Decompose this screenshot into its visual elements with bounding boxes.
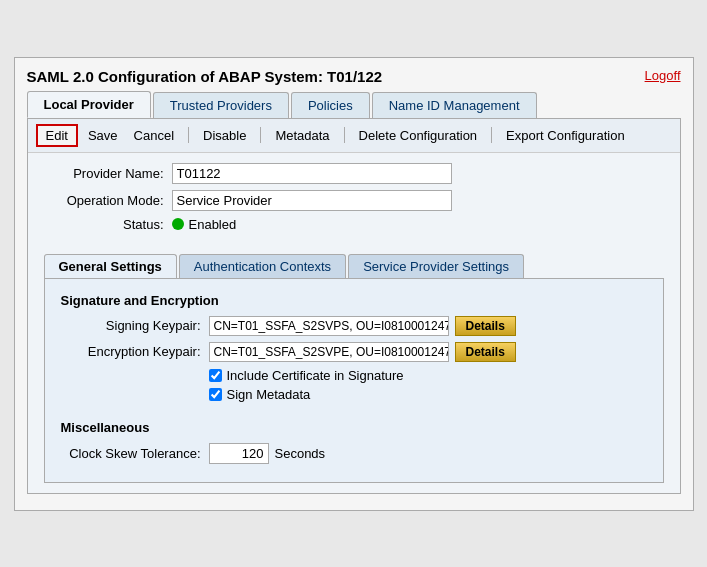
- separator-2: [260, 127, 261, 143]
- clock-skew-label: Clock Skew Tolerance:: [61, 446, 201, 461]
- tab-trusted-providers[interactable]: Trusted Providers: [153, 92, 289, 118]
- status-indicator-icon: [172, 218, 184, 230]
- include-cert-checkbox[interactable]: [209, 369, 222, 382]
- clock-skew-input[interactable]: [209, 443, 269, 464]
- content-panel: Edit Save Cancel Disable Metadata Delete…: [27, 118, 681, 494]
- main-window: SAML 2.0 Configuration of ABAP System: T…: [14, 57, 694, 511]
- encryption-details-button[interactable]: Details: [455, 342, 516, 362]
- export-button[interactable]: Export Configuration: [500, 126, 631, 145]
- signing-details-button[interactable]: Details: [455, 316, 516, 336]
- separator-4: [491, 127, 492, 143]
- clock-skew-row: Clock Skew Tolerance: Seconds: [61, 443, 647, 464]
- operation-mode-input[interactable]: [172, 190, 452, 211]
- provider-name-label: Provider Name:: [44, 166, 164, 181]
- provider-name-input[interactable]: [172, 163, 452, 184]
- signing-keypair-row: Signing Keypair: CN=T01_SSFA_S2SVPS, OU=…: [61, 316, 647, 336]
- status-text: Enabled: [189, 217, 237, 232]
- include-cert-label: Include Certificate in Signature: [227, 368, 404, 383]
- inner-tabs-row: General Settings Authentication Contexts…: [44, 254, 664, 278]
- encryption-keypair-value: CN=T01_SSFA_S2SVPE, OU=I0810001247,: [209, 342, 449, 362]
- cancel-button[interactable]: Cancel: [128, 126, 180, 145]
- section-gap: [61, 406, 647, 420]
- include-cert-row: Include Certificate in Signature: [209, 368, 647, 383]
- status-row: Status: Enabled: [44, 217, 664, 232]
- signature-section-title: Signature and Encryption: [61, 293, 647, 308]
- sign-metadata-checkbox[interactable]: [209, 388, 222, 401]
- inner-tab-general-settings[interactable]: General Settings: [44, 254, 177, 278]
- form-area: Provider Name: Operation Mode: Status: E…: [28, 153, 680, 246]
- inner-content-panel: Signature and Encryption Signing Keypair…: [44, 278, 664, 483]
- provider-name-row: Provider Name:: [44, 163, 664, 184]
- tab-name-id-management[interactable]: Name ID Management: [372, 92, 537, 118]
- toolbar: Edit Save Cancel Disable Metadata Delete…: [28, 119, 680, 153]
- encryption-keypair-row: Encryption Keypair: CN=T01_SSFA_S2SVPE, …: [61, 342, 647, 362]
- metadata-button[interactable]: Metadata: [269, 126, 335, 145]
- tab-policies[interactable]: Policies: [291, 92, 370, 118]
- edit-button[interactable]: Edit: [36, 124, 78, 147]
- delete-button[interactable]: Delete Configuration: [353, 126, 484, 145]
- operation-mode-row: Operation Mode:: [44, 190, 664, 211]
- signing-keypair-label: Signing Keypair:: [61, 318, 201, 333]
- window-title: SAML 2.0 Configuration of ABAP System: T…: [27, 68, 681, 85]
- disable-button[interactable]: Disable: [197, 126, 252, 145]
- operation-mode-label: Operation Mode:: [44, 193, 164, 208]
- save-button[interactable]: Save: [82, 126, 124, 145]
- signing-keypair-value: CN=T01_SSFA_S2SVPS, OU=I0810001247,: [209, 316, 449, 336]
- misc-section-title: Miscellaneous: [61, 420, 647, 435]
- separator-1: [188, 127, 189, 143]
- separator-3: [344, 127, 345, 143]
- status-label: Status:: [44, 217, 164, 232]
- encryption-keypair-label: Encryption Keypair:: [61, 344, 201, 359]
- inner-tab-authentication-contexts[interactable]: Authentication Contexts: [179, 254, 346, 278]
- sign-metadata-row: Sign Metadata: [209, 387, 647, 402]
- tab-local-provider[interactable]: Local Provider: [27, 91, 151, 118]
- clock-unit-label: Seconds: [275, 446, 326, 461]
- sign-metadata-label: Sign Metadata: [227, 387, 311, 402]
- top-tabs-row: Local Provider Trusted Providers Policie…: [27, 91, 681, 118]
- inner-tab-service-provider-settings[interactable]: Service Provider Settings: [348, 254, 524, 278]
- logoff-link[interactable]: Logoff: [645, 68, 681, 83]
